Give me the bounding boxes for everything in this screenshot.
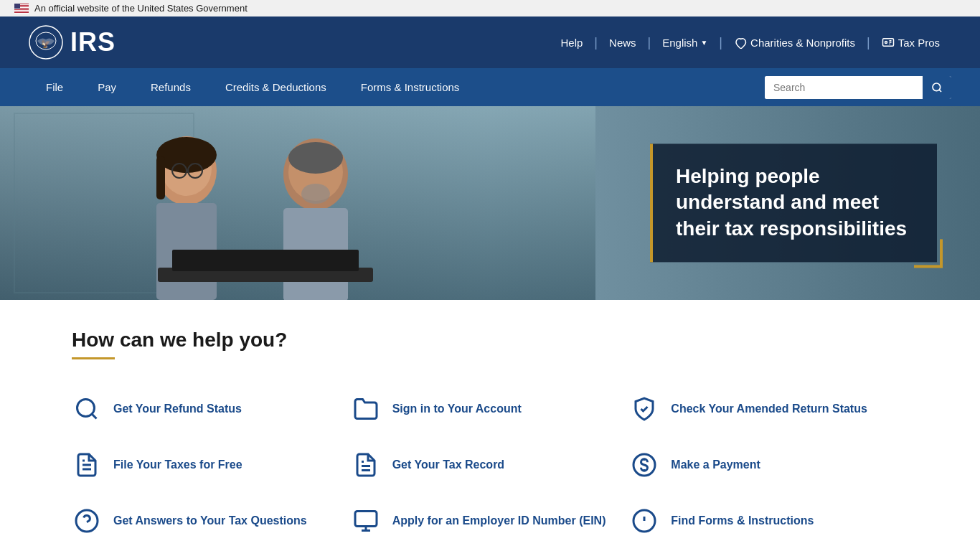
svg-point-14 xyxy=(933,83,941,91)
svg-point-29 xyxy=(288,142,343,174)
help-section-title: How can we help you? xyxy=(72,329,908,352)
document-lines-icon xyxy=(72,450,102,480)
irs-logo-area[interactable]: 🦅 IRS xyxy=(29,25,116,60)
help-title-underline xyxy=(72,357,115,359)
help-item-refund-status[interactable]: Get Your Refund Status xyxy=(72,381,351,437)
svg-rect-32 xyxy=(172,250,359,271)
help-item-find-forms-label: Find Forms & Instructions xyxy=(671,514,814,527)
svg-point-13 xyxy=(885,42,887,44)
hero-corner-decoration xyxy=(914,240,943,268)
help-item-amended-status-label: Check Your Amended Return Status xyxy=(671,402,867,415)
help-item-ein[interactable]: Apply for an Employer ID Number (EIN) xyxy=(351,493,630,549)
help-item-file-free[interactable]: File Your Taxes for Free xyxy=(72,437,351,493)
svg-rect-7 xyxy=(14,13,29,14)
help-item-make-payment[interactable]: Make a Payment xyxy=(629,437,908,493)
irs-eagle-icon: 🦅 xyxy=(29,25,63,60)
search-button[interactable] xyxy=(923,76,951,99)
help-item-tax-questions-label: Get Answers to Your Tax Questions xyxy=(113,514,307,527)
svg-rect-5 xyxy=(14,10,29,11)
svg-rect-22 xyxy=(156,156,165,199)
header-navigation: Help | News | English ▼ | Charities & No… xyxy=(550,35,952,50)
help-item-tax-record[interactable]: Get Your Tax Record xyxy=(351,437,630,493)
help-item-tax-record-label: Get Your Tax Record xyxy=(392,458,504,471)
help-item-tax-questions[interactable]: Get Answers to Your Tax Questions xyxy=(72,493,351,549)
chevron-down-icon: ▼ xyxy=(700,39,707,47)
hero-tagline: Helping people understand and meet their… xyxy=(676,164,914,242)
dollar-circle-icon xyxy=(629,450,659,480)
language-selector[interactable]: English ▼ xyxy=(651,37,719,49)
header-nav-news[interactable]: News xyxy=(598,37,648,49)
nav-file[interactable]: File xyxy=(29,68,80,106)
help-section: How can we help you? Get Your Refund Sta… xyxy=(0,300,980,551)
us-flag-icon xyxy=(14,4,29,14)
header-nav-help[interactable]: Help xyxy=(550,37,595,49)
gov-banner: An official website of the United States… xyxy=(0,0,980,17)
header: 🦅 IRS Help | News | English ▼ | Charitie… xyxy=(0,17,980,68)
header-nav-tax-pros[interactable]: Tax Pros xyxy=(870,36,951,49)
help-item-sign-in-label: Sign in to Your Account xyxy=(392,402,522,415)
id-card-icon xyxy=(882,36,895,49)
search-box xyxy=(765,76,951,99)
gov-banner-text: An official website of the United States… xyxy=(34,3,248,14)
nav-pay[interactable]: Pay xyxy=(80,68,133,106)
help-item-amended-status[interactable]: Check Your Amended Return Status xyxy=(629,381,908,437)
hero-section: Helping people understand and meet their… xyxy=(0,106,980,300)
nav-forms-instructions[interactable]: Forms & Instructions xyxy=(344,68,477,106)
svg-rect-6 xyxy=(14,11,29,12)
header-nav-charities[interactable]: Charities & Nonprofits xyxy=(722,36,867,49)
svg-rect-42 xyxy=(355,512,377,527)
search-icon xyxy=(931,82,943,93)
help-grid: Get Your Refund Status Sign in to Your A… xyxy=(72,381,908,549)
question-circle-icon xyxy=(72,506,102,536)
document-icon xyxy=(351,450,381,480)
svg-point-33 xyxy=(77,400,95,417)
help-item-file-free-label: File Your Taxes for Free xyxy=(113,458,242,471)
search-icon xyxy=(72,394,102,424)
help-item-find-forms[interactable]: Find Forms & Instructions xyxy=(629,493,908,549)
search-input[interactable] xyxy=(765,76,923,99)
irs-wordmark: IRS xyxy=(70,27,116,57)
folder-icon xyxy=(351,394,381,424)
nav-links-container: File Pay Refunds Credits & Deductions Fo… xyxy=(29,68,476,106)
monitor-icon xyxy=(351,506,381,536)
help-item-make-payment-label: Make a Payment xyxy=(671,458,760,471)
nav-refunds[interactable]: Refunds xyxy=(133,68,208,106)
nav-credits-deductions[interactable]: Credits & Deductions xyxy=(208,68,344,106)
svg-rect-8 xyxy=(14,4,20,9)
help-item-sign-in[interactable]: Sign in to Your Account xyxy=(351,381,630,437)
info-circle-icon xyxy=(629,506,659,536)
help-item-refund-status-label: Get Your Refund Status xyxy=(113,402,242,415)
svg-point-30 xyxy=(301,184,330,204)
hand-heart-icon xyxy=(734,36,747,49)
hero-overlay: Helping people understand and meet their… xyxy=(650,143,937,262)
main-navigation: File Pay Refunds Credits & Deductions Fo… xyxy=(0,68,980,106)
svg-rect-4 xyxy=(14,9,29,9)
help-item-ein-label: Apply for an Employer ID Number (EIN) xyxy=(392,514,606,527)
check-shield-icon xyxy=(629,394,659,424)
